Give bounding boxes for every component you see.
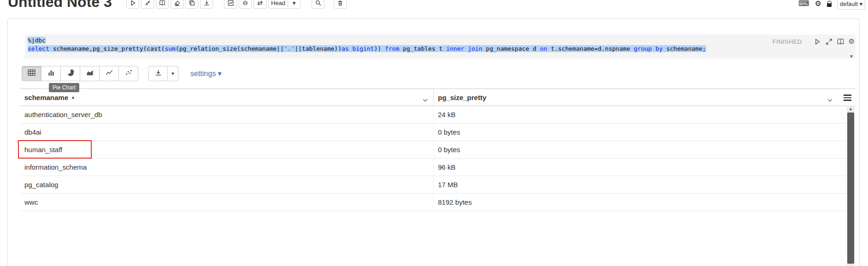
note-toolbar: ⊖ ⇄ Head ▾: [126, 0, 348, 9]
head-revision-button[interactable]: Head: [268, 0, 288, 9]
table-header: schemaname ▲ pg_size_pretty: [20, 89, 856, 106]
settings-label: settings: [190, 70, 216, 77]
cell-schemaname: db4ai: [20, 124, 434, 141]
code-editor[interactable]: %jdbc select schemaname,pg_size_pretty(c…: [25, 35, 856, 59]
paragraph-dropdown-caret[interactable]: ▾: [850, 53, 853, 59]
display-toolbar: ▾ settings ▾: [22, 66, 222, 81]
paragraph-status: FINISHED: [773, 38, 802, 45]
note-settings-gear-icon[interactable]: ⚙: [815, 0, 821, 7]
cell-size: 24 kB: [434, 106, 847, 123]
download-button[interactable]: [148, 66, 168, 81]
compare-revisions-button[interactable]: ⇄: [254, 0, 266, 9]
expand-paragraph-button[interactable]: [826, 38, 833, 45]
download-group: ▾: [148, 66, 178, 81]
note-toolbar-right: ⌨ ⚙ default ▾: [793, 0, 865, 10]
clear-output-button[interactable]: [171, 0, 183, 9]
scatter-chart-icon: [125, 69, 132, 78]
caret-down-icon: ▾: [218, 70, 222, 77]
column-label: schemaname: [24, 94, 68, 101]
keyboard-shortcuts-icon[interactable]: ⌨: [798, 0, 809, 7]
scatter-chart-button[interactable]: [118, 66, 138, 81]
toggle-editor-button[interactable]: [837, 38, 844, 45]
result-table: schemaname ▲ pg_size_pretty authenticati…: [20, 89, 856, 211]
table-row: pg_catalog 17 MB: [20, 176, 847, 194]
trash-note-button[interactable]: [334, 0, 347, 9]
run-all-button[interactable]: [126, 0, 139, 9]
table-view-button[interactable]: [22, 66, 41, 81]
run-paragraph-button[interactable]: [814, 38, 821, 45]
download-caret-button[interactable]: ▾: [167, 66, 178, 81]
revision-graph-icon: [228, 0, 234, 6]
scroll-up-arrow-icon[interactable]: ▲: [847, 106, 855, 111]
sort-asc-icon: ▲: [71, 95, 75, 100]
note-panel: %jdbc select schemaname,pg_size_pretty(c…: [7, 18, 860, 266]
toggle-output-button[interactable]: [156, 0, 169, 9]
interpreter-binding-label: default: [840, 0, 858, 7]
paragraph-settings-gear-icon[interactable]: ⚙: [849, 37, 855, 46]
settings-link[interactable]: settings ▾: [190, 69, 222, 78]
cell-schemaname: pg_catalog: [20, 176, 434, 193]
head-revision-caret-button[interactable]: ▾: [288, 0, 301, 9]
cell-schemaname: wwc: [20, 194, 434, 211]
cell-schemaname: information_schema: [20, 159, 434, 176]
permissions-lock-icon[interactable]: [827, 3, 832, 7]
code-line-sql: select schemaname,pg_size_pretty(cast(su…: [28, 45, 853, 53]
note-title[interactable]: Untitled Note 3: [8, 0, 112, 11]
interpreter-magic-text: %jdbc: [28, 37, 46, 44]
caret-down-icon: ▾: [293, 0, 296, 6]
area-chart-button[interactable]: [80, 66, 100, 81]
bar-chart-button[interactable]: [41, 66, 61, 81]
table-body: authentication_server_db 24 kB db4ai 0 b…: [20, 106, 847, 211]
table-row: information_schema 96 kB: [20, 159, 847, 176]
cell-schemaname: authentication_server_db: [20, 106, 434, 123]
export-note-button[interactable]: [200, 0, 213, 9]
caret-down-icon: ▾: [859, 0, 862, 7]
paragraph-controls: FINISHED ⚙: [773, 37, 855, 46]
code-line-magic: %jdbc: [28, 36, 853, 45]
cell-size: 0 bytes: [434, 124, 847, 141]
bar-chart-icon: [47, 69, 55, 78]
trash-icon: [337, 0, 343, 6]
cell-size: 96 kB: [434, 159, 847, 176]
clone-icon: [189, 0, 195, 6]
interpreter-binding-button[interactable]: default ▾: [837, 0, 865, 10]
column-header-schemaname[interactable]: schemaname ▲: [20, 89, 434, 106]
cell-size: 8192 bytes: [434, 194, 847, 211]
chart-type-group: [22, 66, 138, 81]
line-chart-button[interactable]: [99, 66, 119, 81]
pie-chart-tooltip: Pie Chart: [49, 83, 79, 92]
table-menu-button[interactable]: [842, 93, 854, 103]
column-filter-chevron-icon[interactable]: [827, 95, 833, 103]
column-label: pg_size_pretty: [438, 94, 486, 101]
cell-schemaname: human_staff: [20, 141, 434, 158]
caret-down-icon: ▾: [171, 71, 174, 77]
table-icon: [28, 69, 35, 78]
eraser-icon: [174, 0, 180, 6]
line-chart-icon: [106, 69, 113, 78]
head-revision-label: Head: [271, 0, 285, 6]
table-row: wwc 8192 bytes: [20, 194, 847, 211]
compare-icon: ⇄: [257, 0, 263, 6]
book-icon: [159, 0, 165, 6]
download-icon: [155, 69, 162, 78]
area-chart-icon: [86, 69, 94, 78]
export-icon: [204, 0, 210, 6]
pie-chart-icon: [67, 69, 74, 78]
clone-note-button[interactable]: [185, 0, 198, 9]
table-scrollbar[interactable]: ▲: [847, 106, 855, 266]
table-row: authentication_server_db 24 kB: [20, 106, 847, 124]
cell-size: 17 MB: [434, 176, 847, 193]
circle-minus-icon: ⊖: [242, 0, 248, 6]
table-row: db4ai 0 bytes: [20, 124, 847, 141]
toggle-code-button[interactable]: [141, 0, 154, 9]
search-button[interactable]: [312, 0, 325, 9]
scrollbar-thumb[interactable]: [847, 112, 854, 264]
remove-revision-button[interactable]: ⊖: [239, 0, 252, 9]
revisions-button[interactable]: [224, 0, 237, 9]
cell-size: 0 bytes: [434, 141, 847, 158]
column-filter-chevron-icon[interactable]: [423, 95, 428, 103]
pie-chart-button[interactable]: [60, 66, 80, 81]
table-row: human_staff 0 bytes: [20, 141, 847, 159]
toggle-code-icon: [145, 0, 151, 6]
column-header-pg-size-pretty[interactable]: pg_size_pretty: [434, 89, 856, 106]
